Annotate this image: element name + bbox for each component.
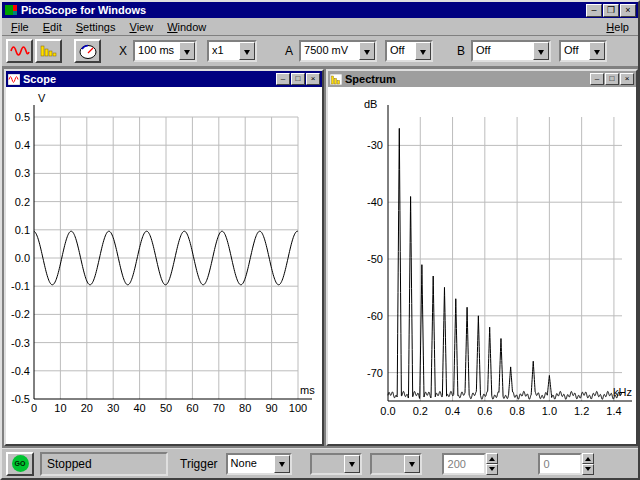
scope-minimize-button[interactable]: – (276, 73, 290, 85)
dropdown-arrow-icon[interactable] (179, 42, 195, 60)
scope-plot-area: Vms0.50.40.30.20.10.0-0.1-0.2-0.3-0.4-0.… (6, 87, 322, 444)
svg-text:ms: ms (300, 384, 315, 396)
svg-text:0.1: 0.1 (15, 224, 30, 236)
svg-text:0.4: 0.4 (445, 405, 460, 417)
spinner-down-icon (585, 467, 591, 474)
go-icon: GO (12, 455, 29, 472)
dropdown-arrow-icon[interactable] (239, 42, 255, 60)
menu-edit[interactable]: Edit (36, 19, 69, 35)
svg-text:0.0: 0.0 (15, 252, 30, 264)
spinner-up-button[interactable] (486, 453, 498, 464)
scope-titlebar[interactable]: Scope – □ × (6, 71, 322, 87)
svg-text:0.2: 0.2 (413, 405, 428, 417)
channel-b-range-select[interactable]: Off (471, 40, 551, 62)
dropdown-arrow-icon[interactable] (344, 455, 360, 473)
svg-text:100: 100 (289, 402, 307, 414)
spectrum-close-button[interactable]: × (620, 73, 634, 85)
titlebar[interactable]: PicoScope for Windows – ❐ × (2, 2, 638, 18)
toolbar: X 100 ms x1 A 7500 mV Off B Off Off (2, 36, 638, 67)
svg-text:1.2: 1.2 (574, 405, 589, 417)
scope-window-title: Scope (23, 73, 273, 85)
dropdown-arrow-icon[interactable] (415, 42, 431, 60)
meter-view-button[interactable] (74, 39, 101, 63)
svg-text:50: 50 (160, 402, 172, 414)
dropdown-arrow-icon[interactable] (274, 455, 290, 473)
spectrum-titlebar[interactable]: Spectrum – □ × (328, 71, 636, 87)
scope-close-button[interactable]: × (306, 73, 320, 85)
svg-text:1.4: 1.4 (606, 405, 621, 417)
maximize-button[interactable]: ❐ (603, 4, 619, 17)
svg-text:-0.5: -0.5 (11, 393, 30, 405)
svg-text:0.3: 0.3 (15, 167, 30, 179)
menu-file[interactable]: File (4, 19, 36, 35)
scope-view-button[interactable] (6, 39, 33, 63)
spectrum-window-icon (330, 74, 342, 85)
trigger-threshold-spinner[interactable]: 200 (442, 453, 498, 475)
dropdown-arrow-icon[interactable] (589, 42, 605, 60)
minimize-button[interactable]: – (586, 4, 602, 17)
status-message: Stopped (40, 452, 168, 476)
meter-icon (78, 44, 98, 59)
spinner-up-button[interactable] (582, 453, 594, 464)
dropdown-arrow-icon[interactable] (533, 42, 549, 60)
svg-text:0.4: 0.4 (15, 139, 30, 151)
trigger-delay-spinner[interactable]: 0 (538, 453, 594, 475)
svg-text:60: 60 (186, 402, 198, 414)
scope-window: Scope – □ × Vms0.50.40.30.20.10.0-0.1-0.… (4, 69, 324, 446)
scope-plot: Vms0.50.40.30.20.10.0-0.1-0.2-0.3-0.4-0.… (6, 87, 322, 444)
svg-text:0.0: 0.0 (380, 405, 395, 417)
svg-text:-0.4: -0.4 (11, 365, 30, 377)
spectrum-window-title: Spectrum (345, 73, 587, 85)
channel-a-range-select[interactable]: 7500 mV (299, 40, 377, 62)
spectrum-icon (39, 44, 59, 58)
go-button[interactable]: GO (6, 452, 34, 476)
menu-view[interactable]: View (122, 19, 160, 35)
menu-window[interactable]: Window (160, 19, 213, 35)
channel-a-mode-select[interactable]: Off (385, 40, 433, 62)
svg-text:0.2: 0.2 (15, 196, 30, 208)
trigger-direction-select[interactable] (370, 453, 422, 475)
svg-text:-70: -70 (367, 367, 383, 379)
spectrum-plot-area: dBkHz-30-40-50-60-700.00.20.40.60.81.01.… (328, 87, 636, 444)
channel-b-label: B (457, 44, 465, 58)
spectrum-caption-buttons: – □ × (590, 73, 634, 85)
spectrum-view-button[interactable] (35, 39, 62, 63)
scope-icon (10, 44, 30, 58)
spinner-down-button[interactable] (582, 464, 594, 475)
spinner-down-button[interactable] (486, 464, 498, 475)
svg-text:1.0: 1.0 (542, 405, 557, 417)
svg-text:-0.3: -0.3 (11, 337, 30, 349)
trigger-threshold-value: 200 (442, 453, 486, 475)
svg-text:dB: dB (364, 98, 377, 110)
spectrum-maximize-button[interactable]: □ (605, 73, 619, 85)
spectrum-plot: dBkHz-30-40-50-60-700.00.20.40.60.81.01.… (328, 87, 636, 444)
svg-text:0.6: 0.6 (477, 405, 492, 417)
scope-caption-buttons: – □ × (276, 73, 320, 85)
caption-buttons: – ❐ × (586, 4, 636, 17)
svg-text:V: V (38, 92, 46, 104)
scope-window-icon (8, 74, 20, 85)
scope-maximize-button[interactable]: □ (291, 73, 305, 85)
trigger-mode-select[interactable]: None (226, 453, 292, 475)
close-button[interactable]: × (620, 4, 636, 17)
timebase-select[interactable]: 100 ms (133, 40, 197, 62)
menu-help[interactable]: Help (599, 19, 636, 35)
trigger-label: Trigger (180, 457, 218, 471)
trigger-channel-select[interactable] (310, 453, 362, 475)
menu-settings[interactable]: Settings (69, 19, 123, 35)
spectrum-minimize-button[interactable]: – (590, 73, 604, 85)
svg-text:-30: -30 (367, 139, 383, 151)
timebase-multiplier-select[interactable]: x1 (207, 40, 257, 62)
svg-text:80: 80 (239, 402, 251, 414)
channel-a-label: A (285, 44, 293, 58)
status-bar: GO Stopped Trigger None 200 0 (2, 448, 638, 478)
svg-text:10: 10 (54, 402, 66, 414)
spectrum-window: Spectrum – □ × dBkHz-30-40-50-60-700.00.… (326, 69, 638, 446)
picoscope-window: PicoScope for Windows – ❐ × File Edit Se… (0, 0, 640, 480)
svg-text:20: 20 (81, 402, 93, 414)
spinner-up-icon (585, 454, 591, 461)
channel-b-mode-select[interactable]: Off (559, 40, 607, 62)
dropdown-arrow-icon[interactable] (359, 42, 375, 60)
dropdown-arrow-icon[interactable] (404, 455, 420, 473)
window-title: PicoScope for Windows (21, 4, 583, 17)
